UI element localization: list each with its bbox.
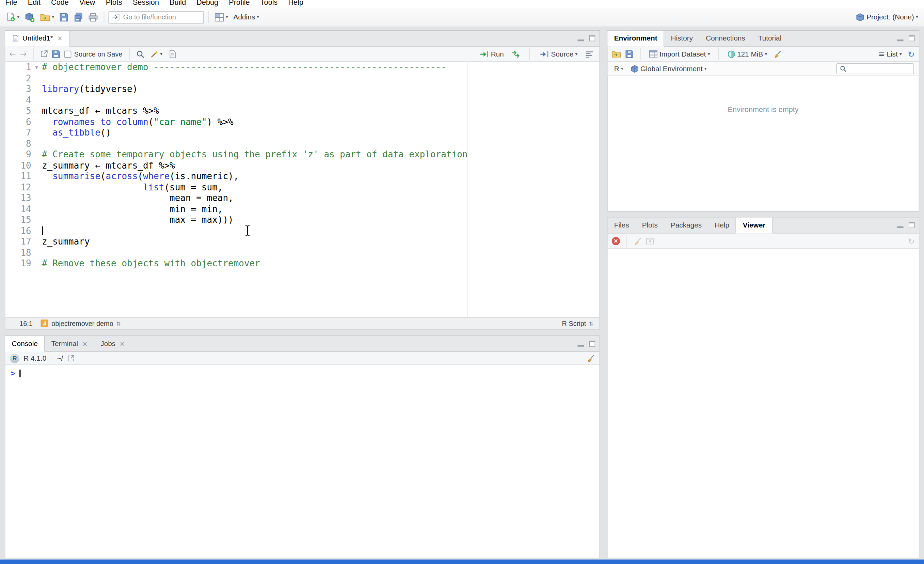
close-icon[interactable]: × [120,341,125,347]
menu-tools[interactable]: Tools [255,0,283,8]
code-editor[interactable]: 1▾# objectremover demo -----------------… [6,62,600,317]
addins-menu[interactable]: Addins▾ [231,12,261,23]
environment-search-input[interactable] [849,65,911,72]
section-label: objectremover demo [51,320,113,327]
load-workspace-icon[interactable] [612,50,621,58]
maximize-icon[interactable] [909,223,915,228]
code-token: max = max))) [42,215,234,225]
language-selector[interactable]: R ▾ [612,63,626,74]
code-tools-button[interactable]: ▾ [148,49,165,59]
menu-plots[interactable]: Plots [100,0,128,8]
section-selector[interactable]: # objectremover demo ⇅ [41,319,120,327]
menu-profile[interactable]: Profile [224,0,255,8]
menu-file[interactable]: File [0,0,22,8]
code-token [42,171,52,182]
clear-viewer-icon[interactable]: × [612,237,620,245]
export-viewer-icon[interactable] [646,237,654,245]
goto-file-input[interactable] [123,14,201,21]
minimize-icon[interactable] [578,39,584,41]
minimize-icon[interactable] [578,344,584,346]
find-replace-icon[interactable] [136,50,144,58]
run-button[interactable]: Run [478,49,506,59]
maximize-icon[interactable] [590,341,595,347]
console-tab-console[interactable]: Console [6,336,45,352]
code-line: 9# Create some temporary objects using t… [6,149,600,160]
viewer-tab-packages[interactable]: Packages [664,218,708,233]
back-icon[interactable]: ← [9,50,16,58]
console-tab-jobs[interactable]: Jobs× [94,336,131,352]
console-input-area[interactable]: > [6,365,600,558]
minimize-icon[interactable] [897,226,904,228]
new-file-button[interactable]: ▾ [4,11,21,23]
open-new-window-icon[interactable] [67,355,74,362]
console-tab-terminal[interactable]: Terminal× [45,336,94,352]
code-token: where [143,171,170,182]
refresh-icon[interactable]: ↻ [908,237,915,245]
project-menu[interactable]: Project: (None) ▾ [854,12,920,23]
environment-tab-history[interactable]: History [664,31,699,46]
environment-tab-connections[interactable]: Connections [699,31,752,46]
source-on-save-toggle[interactable]: Source on Save [64,50,122,57]
open-new-window-icon[interactable] [40,50,48,58]
fold-icon [32,258,42,269]
memory-usage-button[interactable]: 121 MiB ▾ [725,49,769,59]
clear-all-broom-icon[interactable] [634,237,642,245]
clear-workspace-broom-icon[interactable] [773,50,782,58]
code-token: "car_name" [153,116,207,127]
save-button[interactable] [58,12,70,23]
menu-code[interactable]: Code [46,0,74,8]
menubar-items: FileEditCodeViewPlotsSessionBuildDebugPr… [0,0,924,8]
pane-layout-button[interactable]: ▾ [213,12,230,23]
toolbar-separator [104,11,105,23]
import-dataset-button[interactable]: Import Dataset ▾ [647,49,712,59]
close-icon[interactable]: × [57,35,63,42]
line-number: 1 [6,62,32,73]
save-all-button[interactable] [72,11,85,23]
menu-edit[interactable]: Edit [22,0,46,8]
source-button[interactable]: Source ▾ [538,49,579,59]
viewer-tab-files[interactable]: Files [608,218,636,233]
open-file-button[interactable]: ▾ [39,12,56,23]
minimize-icon[interactable] [897,39,904,41]
menu-build[interactable]: Build [165,0,191,8]
save-workspace-icon[interactable] [626,50,634,58]
compile-report-icon[interactable] [168,50,176,58]
fold-icon[interactable]: ▾ [32,62,42,73]
environment-tab-tutorial[interactable]: Tutorial [752,31,788,46]
environment-tab-environment[interactable]: Environment [608,31,664,46]
source-tab-untitled1[interactable]: Untitled1* × [6,31,70,46]
list-view-button[interactable]: ≡ List ▾ [877,48,904,60]
viewer-tab-plots[interactable]: Plots [636,218,664,233]
rerun-icon[interactable] [512,50,521,58]
code-token: # Remove these objects with objectremove… [42,258,260,269]
viewer-tab-help[interactable]: Help [708,218,736,233]
menu-session[interactable]: Session [128,0,164,8]
menu-debug[interactable]: Debug [191,0,224,8]
print-button[interactable] [87,12,100,23]
rstudio-window: FileEditCodeViewPlotsSessionBuildDebugPr… [0,0,924,564]
project-label: Project: (None) [867,13,914,21]
maximize-icon[interactable] [590,35,595,41]
close-icon[interactable]: × [82,341,87,347]
forward-icon[interactable]: → [20,50,27,58]
viewer-tabstrip: FilesPlotsPackagesHelpViewer [608,218,919,234]
environment-search-box [836,63,914,74]
viewer-tab-viewer[interactable]: Viewer [736,218,772,233]
chevron-down-icon: ▾ [621,66,623,71]
document-outline-icon[interactable] [585,50,593,58]
clear-console-broom-icon[interactable] [586,354,594,362]
source-on-save-checkbox[interactable] [64,50,71,57]
code-token: ( [138,171,143,182]
line-number: 18 [6,247,32,258]
code-token: z_summary ← mtcars_df %>% [42,160,175,171]
save-icon[interactable] [52,50,60,58]
new-project-button[interactable] [23,11,37,23]
code-text: # objectremover demo -------------------… [42,62,600,73]
scope-selector[interactable]: Global Environment ▾ [628,63,708,74]
doc-type-selector[interactable]: R Script ⇅ [562,320,594,327]
menu-view[interactable]: View [74,0,100,8]
refresh-icon[interactable]: ↻ [908,50,915,58]
menu-help[interactable]: Help [283,0,309,8]
fold-icon [32,105,42,116]
maximize-icon[interactable] [909,35,915,41]
